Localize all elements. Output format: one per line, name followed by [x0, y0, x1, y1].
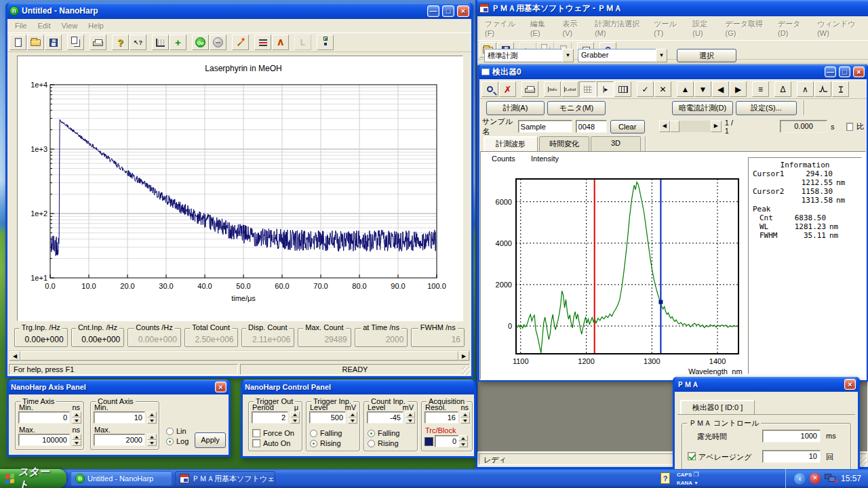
- crosshair-button[interactable]: +: [170, 35, 186, 50]
- menu-method-select[interactable]: 計測方法選択(M): [590, 18, 648, 38]
- hide-icons-icon[interactable]: ‹: [794, 473, 806, 485]
- clear-button[interactable]: Clear: [610, 120, 645, 134]
- list-button[interactable]: [254, 35, 271, 50]
- lines-button[interactable]: ≡: [752, 81, 769, 97]
- move-up-button[interactable]: ▲: [677, 81, 694, 97]
- count-rising-radio[interactable]: [368, 440, 375, 447]
- detector-id-tab[interactable]: 検出器0 [ ID:0 ]: [680, 400, 755, 415]
- count-max-input[interactable]: 2000: [94, 434, 145, 446]
- measure-button[interactable]: 計測(A): [486, 101, 545, 115]
- record-next-arrow[interactable]: ▶: [711, 121, 722, 132]
- maximize-button[interactable]: □: [442, 5, 454, 17]
- errorbar-button[interactable]: [832, 81, 849, 97]
- wave-view-button[interactable]: [814, 81, 831, 97]
- record-scrollbar[interactable]: ◀ ▶: [659, 121, 722, 132]
- time-max-input[interactable]: 100000: [18, 434, 70, 446]
- tab-time-change[interactable]: 時間変化: [539, 136, 589, 151]
- delta-button[interactable]: Δ: [774, 81, 791, 97]
- trigger-level-input[interactable]: 500: [309, 411, 346, 424]
- minimize-button[interactable]: —: [427, 5, 439, 17]
- menu-view-jp[interactable]: 表示(V): [558, 18, 589, 38]
- minimize-button[interactable]: —: [825, 66, 836, 77]
- period-input[interactable]: 2: [252, 411, 288, 424]
- axis-panel-button[interactable]: [152, 35, 169, 50]
- device-combobox[interactable]: Grabber ▼: [578, 49, 667, 62]
- menu-settings-jp[interactable]: 設定(U): [688, 18, 719, 38]
- time-min-input[interactable]: 0: [18, 411, 70, 424]
- record-prev-arrow[interactable]: ◀: [659, 121, 670, 132]
- peak-fit-button[interactable]: Λ: [272, 35, 289, 50]
- nanoharp-titlebar[interactable]: n Untitled - NanoHarp — □ ×: [7, 3, 471, 19]
- pma-titlebar[interactable]: ＰＭＡ用基本ソフトウェア - ＰＭＡ: [477, 0, 868, 16]
- trc-block-input[interactable]: 0: [435, 435, 459, 447]
- close-button[interactable]: ×: [215, 382, 226, 392]
- menu-file[interactable]: File: [10, 21, 32, 30]
- menu-edit[interactable]: Edit: [33, 21, 56, 30]
- detector-titlebar[interactable]: 検出器0 — □ ×: [479, 64, 867, 79]
- print-button[interactable]: [90, 35, 106, 50]
- scroll-right-arrow[interactable]: ▶: [458, 351, 469, 361]
- stop-button[interactable]: [210, 35, 226, 50]
- security-alert-icon[interactable]: ✕: [810, 473, 821, 484]
- menu-view[interactable]: View: [57, 21, 83, 30]
- level-button[interactable]: L: [294, 35, 311, 50]
- apply-check-button[interactable]: ✓: [637, 81, 654, 97]
- pma-dialog-titlebar[interactable]: ＰＭＡ ×: [675, 377, 858, 392]
- cursor-toggle-button[interactable]: |▸: [597, 81, 614, 97]
- trigger-rising-radio[interactable]: [310, 440, 317, 447]
- apply-button[interactable]: Apply: [195, 432, 226, 448]
- trigger-level-spinner[interactable]: [348, 411, 357, 424]
- sample-number-input[interactable]: [576, 120, 607, 133]
- chevron-down-icon[interactable]: ▼: [694, 481, 698, 485]
- count-min-spinner[interactable]: [147, 411, 157, 424]
- axis-panel-titlebar[interactable]: NanoHarp Axis Panel ×: [9, 380, 229, 394]
- averaging-input[interactable]: 10: [762, 450, 821, 463]
- count-min-input[interactable]: 10: [94, 411, 145, 424]
- force-on-checkbox[interactable]: [252, 429, 260, 437]
- period-spinner[interactable]: [290, 411, 300, 424]
- menu-data-jp[interactable]: データ(D): [773, 18, 811, 38]
- menu-help[interactable]: Help: [83, 21, 108, 30]
- spectrum-chart[interactable]: 02000400060001100120013001400Wavelengthn…: [482, 163, 751, 378]
- resolution-spinner[interactable]: [460, 411, 470, 424]
- time-max-spinner[interactable]: [72, 434, 81, 446]
- method-combobox[interactable]: 標準計測 ▼: [484, 49, 574, 62]
- sample-name-input[interactable]: [518, 120, 572, 133]
- record-scroll-thumb[interactable]: [670, 121, 679, 132]
- dark-current-button[interactable]: 暗電流計測(D): [672, 101, 733, 115]
- grid-toggle-button[interactable]: [579, 81, 596, 97]
- open-file-button[interactable]: [27, 35, 44, 50]
- move-right-button[interactable]: ▶: [730, 81, 747, 97]
- maximize-button[interactable]: □: [839, 66, 850, 77]
- peak-view-button[interactable]: ∧: [797, 81, 814, 97]
- close-button[interactable]: ×: [853, 66, 865, 77]
- count-falling-radio[interactable]: [368, 430, 375, 437]
- count-level-spinner[interactable]: [406, 411, 415, 424]
- print-button[interactable]: [521, 81, 538, 97]
- compare-checkbox[interactable]: [846, 123, 854, 131]
- exposure-input[interactable]: 1000: [762, 430, 821, 443]
- auto-on-checkbox[interactable]: [252, 439, 260, 447]
- control-panel-titlebar[interactable]: NanoHarp Control Panel: [243, 380, 474, 394]
- taskbar-task-nanoharp[interactable]: n Untitled - NanoHarp: [71, 471, 172, 486]
- trigger-falling-radio[interactable]: [310, 430, 317, 437]
- copy-button[interactable]: [67, 35, 84, 50]
- menu-file-jp[interactable]: ファイル(F): [480, 18, 524, 38]
- count-level-input[interactable]: -45: [367, 411, 403, 424]
- scroll-thumb[interactable]: [20, 351, 458, 361]
- menu-data-acquire[interactable]: データ取得(G): [721, 18, 772, 38]
- menu-window-jp[interactable]: ウィンドウ(W): [812, 18, 865, 38]
- chevron-down-icon[interactable]: ▼: [656, 49, 667, 62]
- new-file-button[interactable]: [9, 35, 26, 50]
- cancel-button[interactable]: ✕: [654, 81, 671, 97]
- chevron-down-icon[interactable]: ▼: [562, 49, 574, 62]
- wand-button[interactable]: [232, 35, 249, 50]
- count-max-spinner[interactable]: [147, 434, 157, 446]
- trc-block-spinner[interactable]: [458, 435, 468, 447]
- monitor-button[interactable]: モニタ(M): [547, 101, 606, 115]
- taskbar-task-pma[interactable]: ＰＭＡ用基本ソフトウェ...: [175, 471, 275, 486]
- start-button[interactable]: スタート: [0, 469, 66, 488]
- delete-button[interactable]: ✗: [499, 81, 516, 97]
- move-down-button[interactable]: ▼: [694, 81, 711, 97]
- resize-grip[interactable]: [462, 367, 471, 375]
